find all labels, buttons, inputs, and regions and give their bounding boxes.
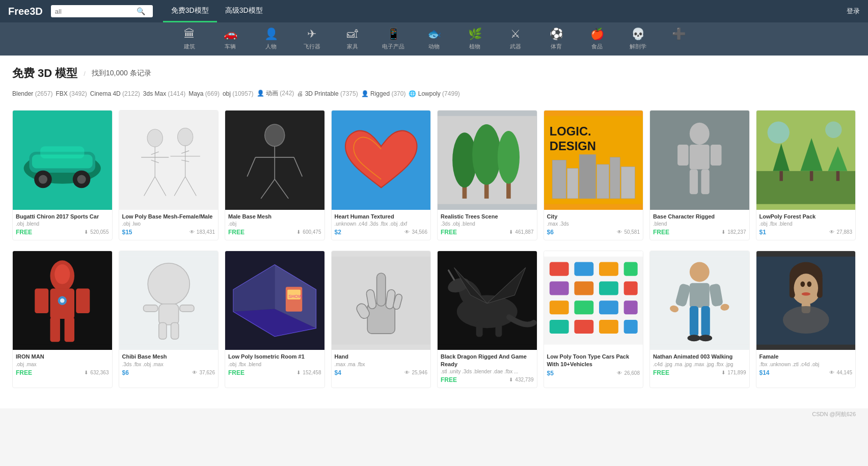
model-grid-row2: IRON MAN .obj .max FREE ⬇ 632,363 [12,251,856,388]
svg-point-123 [690,262,710,282]
card-thumbnail [756,111,856,210]
filter-cinema4d[interactable]: Cinema 4D (2122) [90,90,140,97]
category-plants[interactable]: 🌿 植物 [462,28,487,50]
model-card-cars[interactable]: Low Poly Toon Type Cars Pack With 10+Veh… [544,251,644,388]
svg-rect-115 [574,300,593,314]
model-card-heart[interactable]: Heart Human Textured .unknown .c4d .3ds … [331,110,431,240]
svg-rect-102 [476,321,483,337]
category-furniture[interactable]: 🛋 家具 [340,28,365,50]
category-label: 飞行器 [304,43,320,50]
model-card-lowpoly-mesh[interactable]: Low Poly Base Mesh-Female/Male .obj .lwo… [119,110,219,240]
card-price: FREE [228,229,245,236]
filter-3dprint[interactable]: 🖨 3D Printable (7375) [297,90,358,97]
tab-free-models[interactable]: 免费3D模型 [163,0,217,22]
card-title: Low Poly Base Mesh-Female/Male [122,213,215,220]
card-thumbnail [438,111,537,210]
model-card-trees[interactable]: Realistic Trees Scene .3ds .obj .blend F… [437,110,537,240]
category-label: 建筑 [184,43,195,50]
category-anatomy[interactable]: 💀 解剖学 [625,28,650,50]
card-price-row: $15 👁 183,431 [122,229,215,236]
aircraft-icon: ✈ [307,28,316,41]
card-price: $6 [122,369,129,376]
model-card-ironman[interactable]: IRON MAN .obj .max FREE ⬇ 632,363 [12,251,113,388]
svg-text:DESIGN: DESIGN [549,139,595,153]
card-price: FREE [228,369,245,376]
filter-fbx[interactable]: FBX (3492) [56,90,87,97]
svg-rect-93 [376,273,385,306]
card-format: .fbx .unknown .ztl .c4d .obj [760,362,853,367]
category-label: 电子产品 [382,43,404,50]
page-title: 免费 3D 模型 [12,66,77,81]
svg-rect-121 [623,320,637,334]
card-price-row: FREE ⬇ 152,458 [228,369,321,376]
category-people[interactable]: 👤 人物 [258,28,284,50]
svg-rect-112 [599,281,618,295]
card-format: .obj .fbx .blend [760,221,853,227]
model-card-chibi[interactable]: Chibi Base Mesh .3ds .fbx .obj .max $6 👁… [119,251,219,388]
category-food[interactable]: 🍎 食品 [584,28,610,50]
search-button[interactable]: 🔍 [137,7,145,15]
card-price-row: FREE ⬇ 461,887 [441,229,534,236]
card-info: Black Dragon Rigged And Game Ready .stl … [438,350,537,388]
card-price-row: $4 👁 25,946 [335,369,428,376]
card-title: Nathan Animated 003 Walking [653,353,746,360]
card-thumbnail [332,111,431,210]
category-weapons[interactable]: ⚔ 武器 [503,28,528,50]
category-vehicles[interactable]: 🚗 车辆 [218,28,243,50]
card-info: Heart Human Textured .unknown .c4d .3ds … [332,210,431,240]
card-format: .obj .fbx .blend [228,362,321,367]
category-architecture[interactable]: 🏛 建筑 [177,28,202,50]
card-thumbnail [119,251,219,350]
model-card-dragon[interactable]: Black Dragon Rigged And Game Ready .stl … [437,251,537,388]
model-card-nathan[interactable]: Nathan Animated 003 Walking .c4d .jpg .m… [649,251,750,388]
card-info: Low Poly Isometric Room #1 .obj .fbx .bl… [225,350,324,380]
svg-rect-126 [701,306,710,336]
svg-rect-9 [119,116,219,204]
card-stats: 👁 50,581 [617,229,640,235]
category-animals[interactable]: 🐟 动物 [421,28,447,50]
card-stats: ⬇ 461,887 [509,229,533,235]
svg-rect-82 [179,305,194,312]
card-price-row: $2 👁 34,566 [335,229,428,236]
svg-point-15 [177,128,193,146]
category-aircraft[interactable]: ✈ 飞行器 [299,28,324,50]
model-card-hand[interactable]: Hand .max .ma .fbx $4 👁 25,946 [331,251,431,388]
model-card-forest[interactable]: LowPoly Forest Pack .obj .fbx .blend $1 … [756,110,856,240]
model-card-isometric-room[interactable]: SHOW Low Poly Isometric Room #1 .obj .fb… [225,251,325,388]
category-sports[interactable]: ⚽ 体育 [544,28,569,50]
page-title-row: 免费 3D 模型 / 找到10,000 条记录 [12,66,856,81]
login-button[interactable]: 登录 [847,7,860,16]
card-info: Male Base Mesh .obj FREE ⬇ 600,475 [225,210,324,240]
card-stats: 👁 183,431 [189,229,215,235]
model-card-male-mesh[interactable]: Male Base Mesh .obj FREE ⬇ 600,475 [225,110,325,240]
filter-rigged[interactable]: 👤 Rigged (370) [361,90,406,97]
model-card-character-rigged[interactable]: Base Character Rigged .blend FREE ⬇ 182,… [649,110,750,240]
card-stats: ⬇ 520,055 [84,229,108,235]
card-stats: ⬇ 600,475 [296,229,321,235]
filter-maya[interactable]: Maya (669) [188,90,220,97]
filter-lowpoly[interactable]: 🌐 Lowpoly (7499) [409,90,459,97]
card-info: Base Character Rigged .blend FREE ⬇ 182,… [650,210,749,240]
svg-rect-116 [599,300,618,314]
category-nav: 🏛 建筑 🚗 车辆 👤 人物 ✈ 飞行器 🛋 家具 📱 电子产品 🐟 动物 🌿 … [0,22,868,56]
filter-blender[interactable]: Blender (2657) [12,90,52,97]
svg-rect-107 [574,262,593,276]
tab-premium-models[interactable]: 高级3D模型 [217,0,271,22]
category-label: 植物 [469,43,480,50]
svg-rect-118 [549,320,568,334]
card-info: IRON MAN .obj .max FREE ⬇ 632,363 [13,350,112,380]
card-info: Chibi Base Mesh .3ds .fbx .obj .max $6 👁… [119,350,219,380]
search-input[interactable] [55,8,137,15]
category-more[interactable]: ➕ [666,28,691,50]
svg-point-77 [148,263,189,305]
filter-3dsmax[interactable]: 3ds Max (1414) [143,90,185,97]
svg-point-75 [60,298,65,303]
svg-rect-46 [596,165,609,199]
category-electronics[interactable]: 📱 电子产品 [381,28,406,50]
filter-obj[interactable]: obj (10957) [223,90,254,97]
svg-rect-54 [690,170,698,195]
model-card-city[interactable]: LOGIC. DESIGN City .max .3ds [544,110,644,240]
model-card-bugatti[interactable]: Bugatti Chiron 2017 Sports Car .obj .ble… [12,110,113,240]
model-card-famale[interactable]: Famale .fbx .unknown .ztl .c4d .obj $14 … [756,251,856,388]
filter-animation[interactable]: 👤 动画 (242) [257,89,294,98]
